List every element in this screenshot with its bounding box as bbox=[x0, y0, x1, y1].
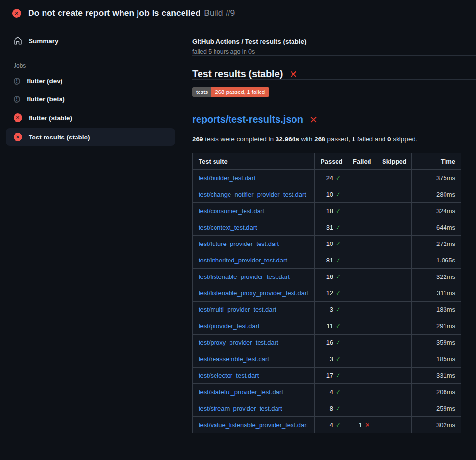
column-header-time: Time bbox=[412, 153, 461, 170]
time-value: 183ms bbox=[412, 302, 461, 318]
time-value: 644ms bbox=[412, 219, 461, 236]
time-value: 375ms bbox=[412, 170, 461, 186]
test-suite-link[interactable]: test/listenable_proxy_provider_test.dart bbox=[199, 290, 308, 297]
check-icon: ✓ bbox=[336, 421, 341, 429]
table-row: test/stream_provider_test.dart 8✓ 259ms bbox=[193, 400, 461, 417]
time-value: 311ms bbox=[412, 285, 461, 302]
failed-icon: ✕ bbox=[14, 133, 22, 141]
check-icon: ✓ bbox=[336, 405, 341, 412]
time-value: 280ms bbox=[412, 186, 461, 203]
check-icon: ✓ bbox=[336, 191, 341, 198]
check-icon: ✓ bbox=[336, 355, 341, 363]
section-title: Test results (stable) bbox=[192, 68, 283, 79]
failed-status-icon: ✕ bbox=[12, 9, 21, 18]
divider bbox=[192, 55, 476, 56]
table-row: test/reassemble_test.dart 3✓ 185ms bbox=[193, 351, 461, 368]
check-icon: ✓ bbox=[336, 372, 341, 379]
cancelled-icon: ! bbox=[14, 96, 20, 103]
table-row: test/context_test.dart 31✓ 644ms bbox=[193, 219, 461, 236]
build-header: ✕ Do not create report when job is cance… bbox=[0, 0, 476, 24]
table-row: test/stateful_provider_test.dart 4✓ 206m… bbox=[193, 384, 461, 400]
test-suite-link[interactable]: test/proxy_provider_test.dart bbox=[199, 339, 278, 346]
sidebar-item-job[interactable]: ✕ Test results (stable) bbox=[6, 128, 175, 146]
sidebar-jobs: ! flutter (dev) ! flutter (beta) ✕ flutt… bbox=[6, 73, 175, 146]
divider bbox=[192, 125, 476, 125]
failed-x-icon: ✕ bbox=[289, 69, 297, 79]
test-suite-link[interactable]: test/change_notifier_provider_test.dart bbox=[199, 191, 306, 198]
tests-status-badge: tests 268 passed, 1 failed bbox=[192, 87, 269, 97]
failed-x-icon: ✕ bbox=[309, 115, 318, 124]
test-suite-link[interactable]: test/builder_test.dart bbox=[199, 174, 256, 182]
check-icon: ✓ bbox=[336, 273, 341, 280]
table-row: test/inherited_provider_test.dart 81✓ 1.… bbox=[193, 252, 461, 269]
column-header-failed: Failed bbox=[347, 153, 376, 170]
check-icon: ✓ bbox=[336, 257, 341, 264]
table-row: test/provider_test.dart 11✓ 291ms bbox=[193, 318, 461, 335]
test-suite-link[interactable]: test/selector_test.dart bbox=[199, 372, 259, 379]
table-row: test/change_notifier_provider_test.dart … bbox=[193, 186, 461, 203]
badge-value: 268 passed, 1 failed bbox=[211, 87, 269, 97]
column-header-skipped: Skipped bbox=[376, 153, 412, 170]
breadcrumb: GitHub Actions / Test results (stable) bbox=[192, 38, 476, 45]
test-suite-link[interactable]: test/future_provider_test.dart bbox=[199, 240, 279, 247]
job-label: flutter (beta) bbox=[27, 95, 65, 103]
time-value: 272ms bbox=[412, 236, 461, 252]
table-row: test/multi_provider_test.dart 3✓ 183ms bbox=[193, 302, 461, 318]
page-title: Do not create report when job is cancell… bbox=[28, 8, 235, 18]
run-meta: failed 5 hours ago in 0s bbox=[192, 48, 476, 55]
job-label: Test results (stable) bbox=[29, 134, 90, 141]
time-value: 206ms bbox=[412, 384, 461, 400]
test-suite-link[interactable]: test/listenable_provider_test.dart bbox=[199, 273, 290, 280]
time-value: 291ms bbox=[412, 318, 461, 335]
cancelled-icon: ! bbox=[14, 78, 20, 85]
job-label: flutter (stable) bbox=[29, 114, 72, 122]
test-suite-link[interactable]: test/stream_provider_test.dart bbox=[199, 405, 282, 412]
results-table-body: test/builder_test.dart 24✓ 375ms test/ch… bbox=[193, 170, 461, 433]
table-row: test/value_listenable_provider_test.dart… bbox=[193, 417, 461, 433]
table-row: test/future_provider_test.dart 10✓ 272ms bbox=[193, 236, 461, 252]
check-icon: ✓ bbox=[336, 174, 341, 182]
time-value: 324ms bbox=[412, 203, 461, 219]
report-file-link[interactable]: reports/test-results.json bbox=[192, 114, 303, 125]
test-suite-link[interactable]: test/context_test.dart bbox=[199, 224, 257, 231]
failed-icon: ✕ bbox=[14, 113, 22, 122]
test-suite-link[interactable]: test/provider_test.dart bbox=[199, 322, 260, 330]
check-icon: ✓ bbox=[336, 290, 341, 297]
badge-label: tests bbox=[192, 87, 211, 97]
sidebar: Summary Jobs ! flutter (dev) ! flutter (… bbox=[0, 24, 175, 146]
build-title: Do not create report when job is cancell… bbox=[28, 8, 200, 18]
test-suite-link[interactable]: test/stateful_provider_test.dart bbox=[199, 388, 283, 396]
sidebar-item-summary[interactable]: Summary bbox=[6, 32, 175, 49]
check-icon: ✓ bbox=[336, 207, 341, 215]
test-suite-link[interactable]: test/value_listenable_provider_test.dart bbox=[199, 421, 308, 429]
time-value: 1.065s bbox=[412, 252, 461, 269]
table-header-row: Test suite Passed Failed Skipped Time bbox=[193, 153, 461, 170]
test-suite-link[interactable]: test/multi_provider_test.dart bbox=[199, 306, 276, 313]
time-value: 185ms bbox=[412, 351, 461, 368]
column-header-passed: Passed bbox=[315, 153, 347, 170]
sidebar-item-label: Summary bbox=[29, 37, 59, 45]
x-icon: ✕ bbox=[365, 421, 370, 429]
jobs-section-label: Jobs bbox=[14, 62, 175, 69]
check-icon: ✓ bbox=[336, 388, 341, 396]
time-value: 331ms bbox=[412, 368, 461, 384]
table-row: test/listenable_proxy_provider_test.dart… bbox=[193, 285, 461, 302]
table-row: test/listenable_provider_test.dart 16✓ 3… bbox=[193, 269, 461, 285]
build-number: Build #9 bbox=[204, 8, 235, 18]
check-icon: ✓ bbox=[336, 306, 341, 313]
summary-text: 269 tests were completed in 32.964s with… bbox=[192, 136, 476, 143]
table-row: test/proxy_provider_test.dart 16✓ 359ms bbox=[193, 335, 461, 351]
sidebar-item-job[interactable]: ! flutter (beta) bbox=[6, 91, 175, 107]
sidebar-item-job[interactable]: ✕ flutter (stable) bbox=[6, 109, 175, 126]
main-content: GitHub Actions / Test results (stable) f… bbox=[175, 24, 476, 433]
check-icon: ✓ bbox=[336, 224, 341, 231]
home-icon bbox=[14, 36, 22, 45]
test-suite-link[interactable]: test/reassemble_test.dart bbox=[199, 355, 269, 363]
time-value: 359ms bbox=[412, 335, 461, 351]
job-label: flutter (dev) bbox=[27, 77, 62, 85]
test-suite-link[interactable]: test/consumer_test.dart bbox=[199, 207, 264, 215]
sidebar-item-job[interactable]: ! flutter (dev) bbox=[6, 73, 175, 89]
check-icon: ✓ bbox=[336, 240, 341, 247]
time-value: 302ms bbox=[412, 417, 461, 433]
test-suite-link[interactable]: test/inherited_provider_test.dart bbox=[199, 257, 287, 264]
